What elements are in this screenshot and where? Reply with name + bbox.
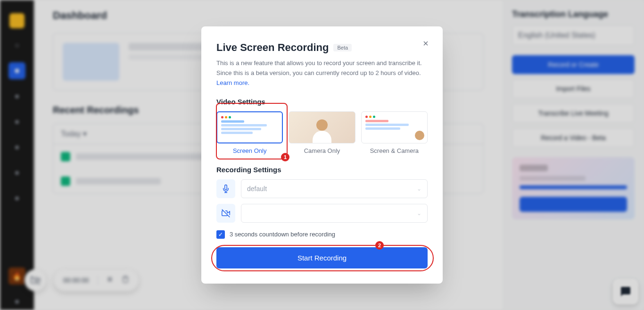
modal-description: This is a new feature that allows you to… bbox=[216, 59, 428, 88]
modal-title: Live Screen Recording bbox=[216, 42, 329, 54]
start-recording-button[interactable]: Start Recording bbox=[216, 247, 428, 268]
video-option-label: Screen Only bbox=[216, 147, 283, 154]
microphone-select[interactable]: default ⌄ bbox=[241, 179, 428, 198]
camera-select[interactable]: ⌄ bbox=[241, 204, 428, 223]
recording-settings-label: Recording Settings bbox=[216, 166, 428, 174]
close-icon bbox=[422, 40, 429, 47]
video-option-camera-only[interactable]: Camera Only bbox=[289, 111, 355, 154]
chevron-down-icon: ⌄ bbox=[417, 185, 421, 192]
video-settings-label: Video Settings bbox=[216, 98, 428, 106]
learn-more-link[interactable]: Learn more. bbox=[216, 79, 249, 86]
microphone-icon-box bbox=[216, 179, 235, 198]
recording-modal: Live Screen Recording Beta This is a new… bbox=[201, 26, 443, 283]
countdown-checkbox[interactable]: ✓ bbox=[216, 230, 225, 239]
video-option-screen-only[interactable]: Screen Only bbox=[216, 111, 283, 154]
chevron-down-icon: ⌄ bbox=[417, 210, 421, 217]
video-options: Screen Only Camera Only bbox=[216, 111, 428, 154]
modal-overlay: Live Screen Recording Beta This is a new… bbox=[0, 0, 644, 310]
video-option-label: Camera Only bbox=[289, 147, 355, 154]
camera-off-icon bbox=[222, 209, 230, 218]
camera-icon-box bbox=[216, 204, 235, 223]
countdown-label: 3 seconds countdown before recording bbox=[230, 231, 335, 238]
beta-badge: Beta bbox=[333, 44, 352, 51]
close-button[interactable] bbox=[422, 40, 429, 50]
microphone-icon bbox=[222, 184, 230, 193]
video-option-screen-camera[interactable]: Screen & Camera bbox=[361, 111, 428, 154]
video-option-label: Screen & Camera bbox=[361, 147, 428, 154]
